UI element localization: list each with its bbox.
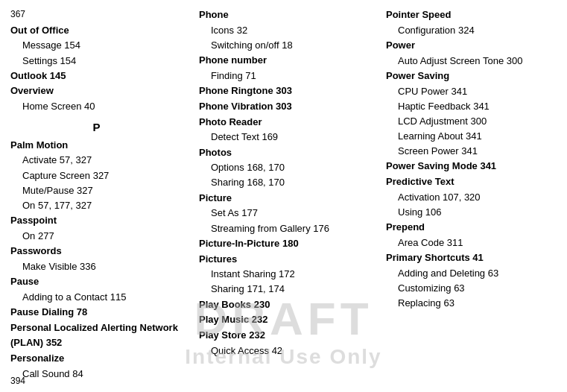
index-entry: Configuration 324 [386, 23, 558, 38]
index-entry: Streaming from Gallery 176 [199, 221, 371, 236]
index-entry: Passpoint [10, 213, 183, 229]
index-entry: Picture-In-Picture 180 [199, 236, 371, 252]
index-entry: Palm Motion [10, 138, 183, 154]
index-entry: Power Saving Mode 341 [386, 159, 558, 174]
index-entry: Photos [199, 145, 371, 161]
index-entry: Picture [199, 191, 371, 206]
index-entry: Mute/Pause 327 [10, 183, 183, 198]
index-entry: Sharing 171, 174 [199, 282, 371, 297]
index-entry: Passwords [10, 244, 183, 259]
index-entry: Replacing 63 [386, 296, 558, 311]
index-entry: Pause Dialing 78 [10, 305, 183, 320]
index-entry: Overview [10, 83, 183, 99]
index-entry: On 277 [10, 229, 183, 244]
index-entry: Home Screen 40 [10, 99, 183, 114]
bottom-page-num: 394 [10, 376, 25, 386]
index-entry: Phone [199, 7, 371, 23]
left-entries: Out of OfficeMessage 154Settings 154Outl… [10, 23, 183, 382]
index-entry: Personalize [10, 351, 183, 367]
index-entry: Play Music 232 [199, 312, 371, 328]
index-entry: Sharing 168, 170 [199, 175, 371, 190]
index-entry: Haptic Feedback 341 [386, 99, 558, 114]
index-entry: Phone Ringtone 303 [199, 83, 371, 99]
index-entry: Message 154 [10, 38, 183, 53]
index-entry: P [10, 118, 183, 136]
index-entry: Make Visible 336 [10, 259, 183, 274]
index-entry: Customizing 63 [386, 281, 558, 296]
index-entry: Photo Reader [199, 115, 371, 130]
index-entry: Set As 177 [199, 206, 371, 221]
index-entry: Auto Adjust Screen Tone 300 [386, 54, 558, 69]
index-entry: Outlook 145 [10, 69, 183, 84]
index-entry: Adding and Deleting 63 [386, 266, 558, 281]
index-entry: Quick Access 42 [199, 344, 371, 358]
index-entry: Call Sound 84 [10, 367, 183, 382]
index-entry: Instant Sharing 172 [199, 267, 371, 282]
index-entry: LCD Adjustment 300 [386, 114, 558, 129]
index-entry: Power Saving [386, 69, 558, 84]
index-entry: Out of Office [10, 23, 183, 39]
index-entry: On 57, 177, 327 [10, 198, 183, 213]
index-entry: Learning About 341 [386, 129, 558, 144]
index-entry: Area Code 311 [386, 235, 558, 250]
index-entry: Icons 32 [199, 23, 371, 38]
index-entry: Activation 107, 320 [386, 190, 558, 205]
index-entry: Using 106 [386, 205, 558, 220]
index-entry: Pointer Speed [386, 7, 558, 23]
right-entries: Pointer SpeedConfiguration 324PowerAuto … [386, 7, 558, 311]
index-entry: CPU Power 341 [386, 84, 558, 99]
index-entry: Options 168, 170 [199, 160, 371, 175]
mid-entries: PhoneIcons 32Switching on/off 18Phone nu… [199, 7, 371, 358]
index-entry: Play Books 230 [199, 297, 371, 313]
column-right: Pointer SpeedConfiguration 324PowerAuto … [380, 7, 567, 385]
column-mid: PhoneIcons 32Switching on/off 18Phone nu… [191, 7, 380, 385]
index-entry: Finding 71 [199, 69, 371, 83]
index-entry: Prepend [386, 220, 558, 235]
page-container: 367 Out of OfficeMessage 154Settings 154… [0, 0, 567, 392]
index-entry: Switching on/off 18 [199, 38, 371, 53]
index-entry: Power [386, 38, 558, 54]
index-entry: Screen Power 341 [386, 144, 558, 159]
index-entry: Phone Vibration 303 [199, 99, 371, 115]
index-entry: Phone number [199, 53, 371, 69]
index-entry: Predictive Text [386, 174, 558, 190]
index-entry: Adding to a Contact 115 [10, 290, 183, 305]
index-entry: Personal Localized Alerting Network (PLA… [10, 320, 183, 352]
index-entry: Capture Screen 327 [10, 168, 183, 183]
column-left: 367 Out of OfficeMessage 154Settings 154… [0, 7, 191, 385]
index-entry: Pause [10, 274, 183, 290]
index-entry: Primary Shortcuts 41 [386, 250, 558, 266]
index-entry: Activate 57, 327 [10, 153, 183, 168]
index-entry: Detect Text 169 [199, 130, 371, 145]
index-entry: Pictures [199, 252, 371, 268]
top-page-num: 367 [10, 7, 183, 22]
index-entry: Settings 154 [10, 54, 183, 69]
index-entry: Play Store 232 [199, 328, 371, 344]
